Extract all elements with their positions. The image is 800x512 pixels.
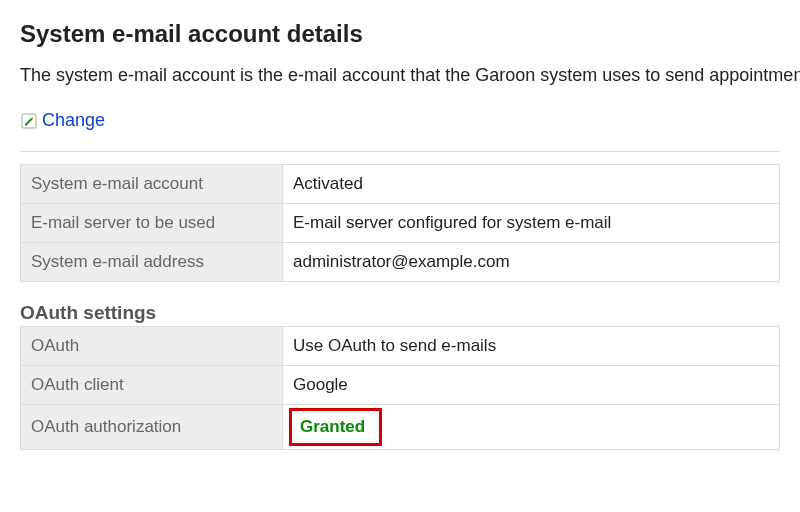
oauth-mode-value: Use OAuth to send e-mails	[283, 327, 780, 366]
table-row: System e-mail account Activated	[21, 165, 780, 204]
change-link-label: Change	[42, 110, 105, 131]
oauth-heading: OAuth settings	[20, 302, 780, 326]
email-server-value: E-mail server configured for system e-ma…	[283, 204, 780, 243]
page-title: System e-mail account details	[20, 20, 780, 48]
table-row: System e-mail address administrator@exam…	[21, 243, 780, 282]
account-details-table: System e-mail account Activated E-mail s…	[20, 164, 780, 282]
table-row: OAuth authorization Granted	[21, 405, 780, 450]
email-address-value: administrator@example.com	[283, 243, 780, 282]
page-intro: The system e-mail account is the e-mail …	[20, 62, 780, 88]
email-address-label: System e-mail address	[21, 243, 283, 282]
oauth-authorization-value-cell: Granted	[283, 405, 780, 450]
oauth-authorization-value: Granted	[300, 417, 365, 436]
edit-icon	[20, 112, 38, 130]
oauth-client-label: OAuth client	[21, 366, 283, 405]
table-row: E-mail server to be used E-mail server c…	[21, 204, 780, 243]
email-server-label: E-mail server to be used	[21, 204, 283, 243]
divider	[20, 151, 780, 152]
oauth-settings-table: OAuth Use OAuth to send e-mails OAuth cl…	[20, 326, 780, 450]
oauth-client-value: Google	[283, 366, 780, 405]
account-status-value: Activated	[283, 165, 780, 204]
table-row: OAuth client Google	[21, 366, 780, 405]
oauth-mode-label: OAuth	[21, 327, 283, 366]
account-status-label: System e-mail account	[21, 165, 283, 204]
highlight-box: Granted	[289, 408, 382, 446]
oauth-authorization-label: OAuth authorization	[21, 405, 283, 450]
change-link[interactable]: Change	[20, 110, 105, 131]
table-row: OAuth Use OAuth to send e-mails	[21, 327, 780, 366]
